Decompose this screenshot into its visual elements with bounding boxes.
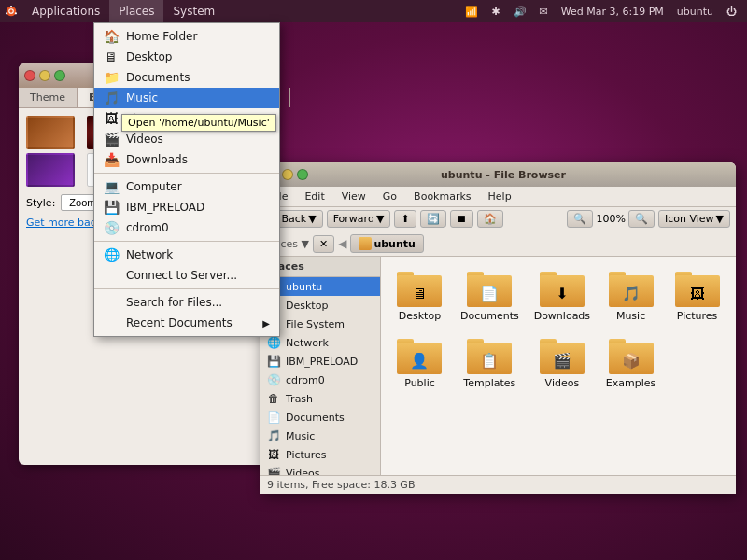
sidebar-item-music[interactable]: 🎵 Music — [260, 427, 380, 445]
power-icon[interactable]: ⏻ — [724, 6, 740, 18]
sidebar-item-documents[interactable]: 📄 Documents — [260, 408, 380, 427]
fb-menu-bookmarks[interactable]: Bookmarks — [406, 189, 478, 204]
up-icon: ⬆ — [401, 213, 409, 225]
file-item-pictures[interactable]: 🖼 Pictures — [668, 266, 726, 326]
menu-item-downloads[interactable]: 📥 Downloads — [94, 149, 279, 170]
fb-menu-help[interactable]: Help — [481, 189, 519, 204]
fb-menu-view[interactable]: View — [334, 189, 374, 204]
folder-icon-examples: 📦 — [609, 337, 654, 374]
menu-item-cdrom[interactable]: 💿 cdrom0 — [94, 217, 279, 238]
tab-theme[interactable]: Theme — [19, 88, 78, 107]
menu-label-videos: Videos — [126, 133, 163, 146]
file-item-desktop[interactable]: 🖥 Desktop — [390, 266, 449, 326]
sidebar-docs-icon: 📄 — [267, 411, 280, 424]
file-icons-grid: 🖥 Desktop 📄 Documents ⬇ Dow — [390, 266, 726, 393]
file-item-templates[interactable]: 📋 Templates — [457, 333, 523, 393]
sidebar-close-button[interactable]: ✕ — [313, 235, 334, 253]
file-item-music[interactable]: 🎵 Music — [601, 266, 660, 326]
menu-separator-3 — [94, 288, 279, 289]
menu-item-computer[interactable]: 💻 Computer — [94, 176, 279, 197]
stop-button[interactable]: ⏹ — [450, 210, 473, 228]
fb-menu-edit[interactable]: Edit — [297, 189, 331, 204]
file-item-downloads[interactable]: ⬇ Downloads — [530, 266, 594, 326]
sidebar-label-network: Network — [286, 337, 329, 349]
fb-minimize-button[interactable] — [282, 169, 293, 180]
menu-label-music: Music — [126, 91, 158, 105]
back-label: Back — [281, 213, 306, 225]
close-button[interactable] — [24, 70, 35, 81]
menu-item-videos[interactable]: 🎬 Videos — [94, 129, 279, 149]
sidebar-item-ibm[interactable]: 💾 IBM_PRELOAD — [260, 352, 380, 371]
fb-menu-go[interactable]: Go — [375, 189, 404, 204]
sidebar-item-cdrom[interactable]: 💿 cdrom0 — [260, 371, 380, 389]
forward-button[interactable]: Forward ▼ — [327, 210, 391, 228]
file-browser-content: Places 📁 ubuntu 🖥 Desktop 💻 File System … — [260, 257, 736, 475]
documents-icon: 📁 — [104, 70, 119, 85]
sidebar-label-trash: Trash — [286, 393, 313, 405]
location-folder-icon — [359, 237, 372, 250]
location-crumb-ubuntu[interactable]: ubuntu — [350, 234, 423, 253]
reload-button[interactable]: 🔄 — [420, 210, 446, 228]
sidebar-item-pictures[interactable]: 🖼 Pictures — [260, 445, 380, 464]
minimize-button[interactable] — [39, 70, 50, 81]
sidebar-trash-icon: 🗑 — [267, 392, 280, 405]
menu-item-network[interactable]: 🌐 Network — [94, 245, 279, 265]
menu-item-desktop[interactable]: 🖥 Desktop — [94, 47, 279, 67]
zoom-in-button[interactable]: 🔍 — [628, 210, 655, 228]
downloads-icon: 📥 — [104, 152, 119, 167]
top-panel-left: Applications Places System — [0, 0, 224, 22]
sidebar-item-trash[interactable]: 🗑 Trash — [260, 389, 380, 408]
file-label-documents: Documents — [460, 310, 519, 322]
connect-icon — [104, 268, 119, 283]
menu-item-recent[interactable]: Recent Documents ▶ — [94, 313, 279, 333]
ubuntu-logo[interactable] — [0, 0, 22, 22]
wallpaper-brown[interactable] — [26, 116, 75, 149]
menu-item-connect[interactable]: Connect to Server... — [94, 265, 279, 286]
applications-menu[interactable]: Applications — [22, 0, 109, 22]
menu-item-documents[interactable]: 📁 Documents — [94, 67, 279, 88]
sidebar-cdrom-icon: 💿 — [267, 373, 280, 386]
sidebar-label-cdrom: cdrom0 — [286, 374, 325, 386]
zoom-out-button[interactable]: 🔍 — [567, 210, 593, 228]
datetime[interactable]: Wed Mar 3, 6:19 PM — [558, 6, 667, 18]
menu-label-network: Network — [126, 248, 173, 261]
system-menu[interactable]: System — [163, 0, 224, 22]
svg-point-0 — [7, 7, 17, 17]
zoom-controls: 🔍 100% 🔍 — [567, 210, 654, 228]
menu-label-home: Home Folder — [126, 30, 197, 43]
file-browser-title: ubuntu - File Browser — [312, 169, 695, 181]
ibm-icon: 💾 — [104, 200, 119, 215]
home-icon: 🏠 — [104, 29, 119, 44]
folder-icon-public: 👤 — [397, 337, 442, 374]
zoom-out-icon: 🔍 — [573, 213, 586, 225]
recent-icon — [104, 315, 119, 330]
menu-item-home[interactable]: 🏠 Home Folder — [94, 26, 279, 47]
menu-label-search: Search for Files... — [126, 296, 222, 309]
fb-maximize-button[interactable] — [297, 169, 308, 180]
maximize-button[interactable] — [54, 70, 65, 81]
up-button[interactable]: ⬆ — [394, 210, 416, 228]
menu-label-desktop: Desktop — [126, 50, 173, 63]
menu-item-search[interactable]: Search for Files... — [94, 292, 279, 313]
sidebar-label-documents: Documents — [286, 412, 345, 424]
file-item-documents[interactable]: 📄 Documents — [457, 266, 523, 326]
file-label-music: Music — [616, 310, 645, 322]
menu-item-music[interactable]: 🎵 Music — [94, 88, 279, 108]
sidebar-item-videos[interactable]: 🎬 Videos — [260, 464, 380, 475]
file-label-desktop: Desktop — [399, 310, 441, 322]
sidebar-label-ubuntu: ubuntu — [286, 281, 322, 293]
home-nav-button[interactable]: 🏠 — [477, 210, 503, 228]
computer-icon: 💻 — [104, 179, 119, 194]
file-label-downloads: Downloads — [534, 310, 590, 322]
file-item-public[interactable]: 👤 Public — [390, 333, 449, 393]
view-select[interactable]: Icon View ▼ — [658, 210, 730, 228]
places-menu-btn[interactable]: Places — [109, 0, 163, 22]
file-item-examples[interactable]: 📦 Examples — [601, 333, 660, 393]
wallpaper-purple[interactable] — [26, 153, 75, 187]
file-browser-main: 🖥 Desktop 📄 Documents ⬇ Dow — [381, 257, 736, 475]
menu-item-ibm[interactable]: 💾 IBM_PRELOAD — [94, 197, 279, 217]
file-label-examples: Examples — [606, 377, 655, 389]
file-item-videos[interactable]: 🎬 Videos — [530, 333, 594, 393]
reload-icon: 🔄 — [427, 213, 440, 225]
menu-separator-2 — [94, 241, 279, 242]
